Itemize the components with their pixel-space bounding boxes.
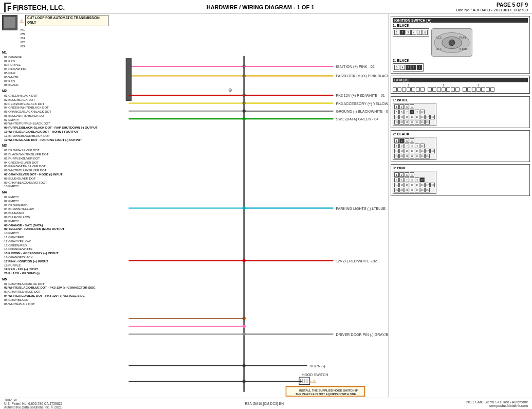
- svg-rect-2: [126, 59, 131, 101]
- cut-loop-warning: CUT LOOP FOR AUTOMATIC TRANSMISSION ONLY: [25, 15, 108, 26]
- svg-text:PK3 ACCESSORY (+) YELLOW OR BR: PK3 ACCESSORY (+) YELLOW OR BROWN - 02: [336, 102, 388, 106]
- svg-text:ACC: ACC: [436, 36, 442, 39]
- footer-copyright: Automotive Data Solutions Inc. © 2021: [4, 405, 62, 409]
- m5-label: M5: [2, 277, 108, 282]
- footer-vehicle: 2011 GMC Sierra STD key - Automatic: [466, 400, 528, 404]
- footer-left: T002_W U.S. Patent No. 6,856,780 CA 2759…: [4, 398, 62, 409]
- svg-text:⊕: ⊕: [228, 87, 232, 93]
- white-conn-body: 1 2 3 4 5 6 7 8 9 10: [393, 103, 528, 126]
- wiring-diagram-svg: IGNITION (+) PINK - 02 PASSLOCK (MUX) PI…: [111, 14, 388, 397]
- m1-label: M1: [2, 50, 108, 55]
- svg-text:SWC (DATA) GREEN - 04: SWC (DATA) GREEN - 04: [336, 117, 378, 121]
- svg-point-59: [243, 325, 246, 328]
- pin-3: 3: [406, 30, 411, 35]
- pin-3: 3: [406, 65, 411, 70]
- footer-code: T002_W: [4, 398, 62, 402]
- ign-conn2-title: 2: BLACK: [393, 59, 528, 62]
- svg-text:GROUND (-) BLACK/WHITE - 03: GROUND (-) BLACK/WHITE - 03: [336, 110, 388, 114]
- wire-group-m3: M3 01 BROWN•SILVER DOT 02 BLACK/WHITE•SI…: [2, 144, 108, 189]
- header-title: HARDWIRE / WIRING DIAGRAM - 1 OF 1: [65, 4, 456, 10]
- svg-text:START: START: [460, 47, 469, 50]
- logo-text: F|RSTECH, LLC.: [13, 4, 65, 11]
- footer-center: RSA-GM10-[CM-DC3]-EN: [245, 402, 283, 405]
- bcm-conn3: 3: [463, 84, 494, 92]
- main-content: ⚠ CUT LOOP FOR AUTOMATIC TRANSMISSION ON…: [0, 14, 532, 397]
- bcm-conn2: 2: [428, 84, 460, 92]
- ignition-switch-section: IGNITION SWITCH [A] 1: BLACK 1 2 3 4 5: [391, 16, 530, 74]
- wire-group-m5: M5 01 GRAY/BLACK•BLUE DOT 02 WHITE/BLACK…: [2, 277, 108, 307]
- pin-4: 4: [400, 65, 405, 70]
- svg-text:INSTALL THE SUPPLIED HOOD SWIT: INSTALL THE SUPPLIED HOOD SWITCH IF: [299, 389, 358, 392]
- svg-text:HOOD SWITCH: HOOD SWITCH: [302, 373, 328, 377]
- black-conn-title: 2: BLACK: [393, 132, 528, 136]
- wire-list-panel: ⚠ CUT LOOP FOR AUTOMATIC TRANSMISSION ON…: [0, 14, 111, 397]
- header-right: PAGE 5 OF 9 Doc No.: A3FB403 - 20210811_…: [456, 2, 528, 12]
- wire-group-m1: M1 01 ORANGE 02 RED 03 PURPLE 04 PINK/WH…: [2, 50, 108, 87]
- svg-text:PASSLOCK (MUX) PINK/BLACK OR P: PASSLOCK (MUX) PINK/BLACK OR PINK - 05: [336, 74, 388, 78]
- footer-right: 2011 GMC Sierra STD key - Automatic comp…: [466, 400, 528, 407]
- svg-text:PK3 12V (+) RED/WHITE - 01: PK3 12V (+) RED/WHITE - 01: [336, 94, 384, 98]
- ign-conn1: 1: BLACK 1 2 3 4 5 6: [393, 24, 528, 57]
- page-number: PAGE 5 OF 9: [456, 2, 528, 8]
- bcm-conn1-label: 1: [408, 84, 410, 87]
- svg-point-62: [449, 40, 455, 46]
- svg-text:PARKING LIGHTS (-) LTBLUE - 08: PARKING LIGHTS (-) LTBLUE - 08: [336, 207, 388, 211]
- wire-group-m2: M2 01 GREEN•BLACK DOT 02 BLUE•BLACK DOT …: [2, 89, 108, 142]
- svg-text:RUN: RUN: [460, 36, 466, 39]
- pink-conn-pins: 1 2 3 4 5 6 7 8 9 10 11 12 13 14: [393, 171, 436, 194]
- page-footer: T002_W U.S. Patent No. 6,856,780 CA 2759…: [0, 398, 532, 409]
- svg-text:THE VEHICLE IS NOT EQUIPPED WI: THE VEHICLE IS NOT EQUIPPED WITH ONE.: [296, 393, 357, 396]
- svg-text:IGNITION (+) PINK - 02: IGNITION (+) PINK - 02: [336, 65, 374, 69]
- white-conn-title: 1: WHITE: [393, 98, 528, 102]
- m4-label: M4: [2, 190, 108, 195]
- wire-group-m4: M4 01 EMPTY 02 EMPTY 03 BROWN/RED 04 BRO…: [2, 190, 108, 276]
- svg-text:⚠: ⚠: [312, 379, 316, 384]
- m2-label: M2: [2, 89, 108, 94]
- svg-text:HORN (-): HORN (-): [309, 364, 325, 368]
- doc-number: Doc No.: A3FB403 - 20210811_082730: [456, 8, 528, 12]
- svg-text:DRIVER DOOR PIN (-) GRAY/BLACK: DRIVER DOOR PIN (-) GRAY/BLACK - 10: [336, 333, 388, 337]
- pin-6: 6: [423, 30, 428, 35]
- svg-point-57: [243, 317, 246, 320]
- wiring-diagram-area: IGNITION (+) PINK - 02 PASSLOCK (MUX) PI…: [111, 14, 388, 397]
- footer-website: compustar.idatalink.com: [466, 404, 528, 407]
- company-logo: F F|RSTECH, LLC.: [4, 3, 65, 12]
- right-panel: IGNITION SWITCH [A] 1: BLACK 1 2 3 4 5: [388, 14, 532, 397]
- svg-text:12V (+) RED/WHITE - 02: 12V (+) RED/WHITE - 02: [336, 259, 377, 263]
- pin-2: 2: [400, 30, 405, 35]
- pink-connector-section: 3: PINK 1 2 3 4 5 6 7 8 9 10 11: [391, 164, 530, 196]
- pin-5: 5: [394, 65, 399, 70]
- ign-switch-photo: ACC RUN OFF START: [431, 28, 472, 57]
- white-conn-pins: 1 2 3 4 5 6 7 8 9 10: [393, 103, 436, 126]
- pin-1: 1: [417, 65, 422, 70]
- bcm-connectors: 1 2: [393, 84, 528, 92]
- black-connector-section: 2: BLACK 1 2 3 4 5 6 7 8 9 10 11: [391, 130, 530, 162]
- bcm-conn3-label: 3: [478, 84, 480, 87]
- bcm-title: BCM [B]: [393, 78, 528, 82]
- svg-text:OFF: OFF: [436, 47, 442, 50]
- bcm-conn2-label: 2: [443, 84, 445, 87]
- black-conn-pins: 1 2 3 4 5 6 7 8 9 10 11 12 13 14: [393, 137, 436, 160]
- ignition-switch-label: IGNITION SWITCH [A]: [393, 18, 528, 23]
- svg-point-33: [243, 380, 246, 383]
- bcm-section: BCM [B] 1 2: [391, 76, 530, 94]
- white-connector-section: 1: WHITE 1 2 3 4 5 6 7: [391, 96, 530, 128]
- ign-conn2: 2: BLACK 5 4 3 2 1: [393, 59, 528, 72]
- footer-patent: U.S. Patent No. 6,856,780 CA 2759622: [4, 402, 62, 405]
- m3-label: M3: [2, 144, 108, 148]
- pin-2: 2: [411, 65, 416, 70]
- ign-conn1-title: 1: BLACK: [393, 24, 528, 27]
- page-header: F F|RSTECH, LLC. HARDWIRE / WIRING DIAGR…: [0, 0, 532, 14]
- pin-4: 4: [411, 30, 416, 35]
- pin-1: 1: [394, 30, 399, 35]
- ign-conn1-pins: 1 2 3 4 5 6: [393, 28, 429, 37]
- bcm-conn1: 1: [393, 84, 425, 92]
- pin-5: 5: [417, 30, 422, 35]
- pink-conn-title: 3: PINK: [393, 166, 528, 170]
